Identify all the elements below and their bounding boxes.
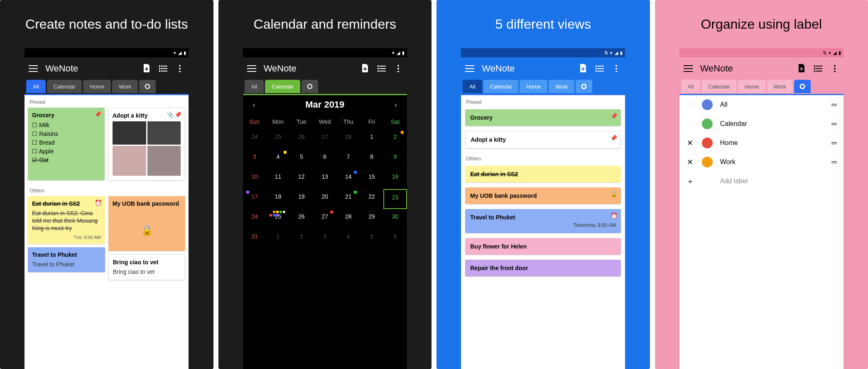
overflow-icon[interactable] bbox=[394, 64, 403, 73]
drag-handle-icon[interactable]: ═ bbox=[831, 120, 837, 128]
calendar-day-selected[interactable]: 23 bbox=[383, 189, 407, 209]
calendar-day[interactable]: 24 bbox=[243, 129, 266, 149]
calendar-day[interactable]: 27 bbox=[313, 209, 336, 229]
tab-work[interactable]: Work bbox=[549, 80, 574, 93]
note-adopt[interactable]: 📌 Adopt a kitty bbox=[465, 131, 621, 148]
calendar-day[interactable]: 25 bbox=[266, 209, 289, 229]
calendar-day[interactable]: 18 bbox=[266, 189, 289, 209]
label-row-all[interactable]: All ═ bbox=[679, 95, 843, 114]
calendar-day[interactable]: 3 bbox=[243, 149, 266, 169]
note-uob[interactable]: My UOB bank password 🔒 bbox=[108, 196, 186, 251]
calendar-day[interactable]: 4 bbox=[266, 149, 289, 169]
overflow-icon[interactable] bbox=[612, 64, 621, 73]
note-adopt[interactable]: 📎 📌 Adopt a kitty bbox=[108, 108, 186, 180]
calendar-day[interactable]: 21 bbox=[336, 189, 360, 209]
tab-all[interactable]: All bbox=[681, 80, 700, 93]
note-durian[interactable]: Eat durian in SS2 bbox=[465, 166, 621, 182]
calendar-day[interactable]: 2 bbox=[383, 129, 407, 149]
calendar-day[interactable]: 26 bbox=[290, 129, 313, 149]
drag-handle-icon[interactable]: ═ bbox=[831, 101, 837, 109]
calendar-day[interactable]: 5 bbox=[290, 149, 313, 169]
tab-all[interactable]: All bbox=[245, 80, 264, 93]
tab-work[interactable]: Work bbox=[112, 80, 138, 93]
calendar-day[interactable]: 30 bbox=[383, 209, 407, 229]
note-phuket[interactable]: ⏰ Travel to Phuket Tomorrow, 8:00 AM bbox=[465, 209, 621, 233]
calendar-day[interactable]: 3 bbox=[313, 229, 336, 249]
calendar-day[interactable]: 1 bbox=[266, 229, 289, 249]
calendar-day[interactable]: 1 bbox=[360, 129, 383, 149]
calendar-day[interactable]: 9 bbox=[383, 149, 407, 169]
calendar-day[interactable]: 11 bbox=[266, 169, 289, 189]
new-note-icon[interactable] bbox=[579, 64, 588, 73]
label-row-work[interactable]: ✕ Work ═ bbox=[679, 153, 843, 172]
calendar-day[interactable]: 8 bbox=[360, 149, 383, 169]
delete-icon[interactable]: ✕ bbox=[686, 138, 694, 148]
tab-settings[interactable] bbox=[576, 80, 592, 93]
tab-calendar[interactable]: Calendar bbox=[47, 80, 82, 93]
new-note-icon[interactable] bbox=[360, 64, 370, 73]
new-note-icon[interactable] bbox=[797, 64, 806, 73]
list-icon[interactable] bbox=[595, 64, 604, 73]
menu-icon[interactable] bbox=[684, 65, 693, 72]
menu-icon[interactable] bbox=[465, 65, 474, 72]
tab-calendar[interactable]: Calendar bbox=[701, 80, 737, 93]
calendar-day[interactable]: 5 bbox=[360, 229, 383, 249]
note-durian[interactable]: ⏰ Eat durian in SS2 Eat durian in SS2. G… bbox=[28, 196, 105, 244]
tab-settings[interactable] bbox=[794, 80, 811, 93]
calendar-day[interactable]: 28 bbox=[336, 129, 360, 149]
calendar-day[interactable]: 6 bbox=[383, 229, 407, 249]
calendar-day[interactable]: 6 bbox=[313, 149, 336, 169]
tab-settings[interactable] bbox=[302, 80, 318, 93]
new-note-icon[interactable] bbox=[142, 64, 151, 73]
calendar-day[interactable]: 4 bbox=[336, 229, 360, 249]
calendar-day[interactable]: 29 bbox=[360, 209, 383, 229]
tab-home[interactable]: Home bbox=[83, 80, 111, 93]
calendar-day[interactable]: 2 bbox=[290, 229, 313, 249]
calendar-day[interactable]: 7 bbox=[336, 149, 360, 169]
note-grocery[interactable]: 📌 Grocery bbox=[465, 109, 621, 126]
menu-icon[interactable] bbox=[247, 65, 256, 72]
add-icon[interactable]: ＋ bbox=[686, 176, 694, 186]
note-ciao[interactable]: Bring ciao to vet Bring ciao to vet bbox=[108, 254, 186, 280]
list-icon[interactable] bbox=[377, 64, 386, 73]
tab-work[interactable]: Work bbox=[767, 80, 793, 93]
tab-all[interactable]: All bbox=[463, 80, 482, 93]
calendar-day[interactable]: 26 bbox=[290, 209, 313, 229]
drag-handle-icon[interactable]: ═ bbox=[831, 139, 837, 148]
calendar-day[interactable]: 28 bbox=[336, 209, 360, 229]
next-month-icon[interactable]: › bbox=[395, 101, 397, 109]
tab-all[interactable]: All bbox=[26, 80, 45, 93]
calendar-day[interactable]: 13 bbox=[313, 169, 336, 189]
calendar-day[interactable]: 22 bbox=[360, 189, 383, 209]
tab-settings[interactable] bbox=[139, 80, 156, 93]
label-row-home[interactable]: ✕ Home ═ bbox=[679, 133, 843, 153]
calendar-day[interactable]: 19 bbox=[290, 189, 313, 209]
overflow-icon[interactable] bbox=[830, 64, 839, 73]
calendar-day[interactable]: 15 bbox=[360, 169, 383, 189]
calendar-day[interactable]: 10 bbox=[243, 169, 266, 189]
prev-month-icon[interactable]: ‹ bbox=[253, 101, 255, 109]
overflow-icon[interactable] bbox=[175, 64, 184, 73]
label-row-calendar[interactable]: Calendar ═ bbox=[679, 114, 843, 133]
calendar-day[interactable]: 17 bbox=[243, 189, 266, 209]
drag-handle-icon[interactable]: ═ bbox=[831, 158, 837, 167]
add-label-row[interactable]: ＋ Add label bbox=[679, 172, 843, 191]
note-repair[interactable]: Repair the front door bbox=[465, 260, 621, 276]
calendar-day[interactable]: 16 bbox=[383, 169, 407, 189]
list-icon[interactable] bbox=[159, 64, 168, 73]
calendar-day[interactable]: 14 bbox=[336, 169, 360, 189]
calendar-day[interactable]: 12 bbox=[290, 169, 313, 189]
note-grocery[interactable]: 📌 Grocery Milk Raisins Bread Apple Oat bbox=[28, 108, 105, 180]
calendar-day[interactable]: 25 bbox=[266, 129, 289, 149]
note-uob[interactable]: 🔒 My UOB bank password bbox=[465, 187, 621, 204]
tab-home[interactable]: Home bbox=[520, 80, 547, 93]
list-icon[interactable] bbox=[814, 64, 823, 73]
calendar-day[interactable]: 20 bbox=[313, 189, 336, 209]
calendar-day[interactable]: 31 bbox=[243, 229, 266, 249]
note-helen[interactable]: Buy flower for Helen bbox=[465, 238, 621, 255]
calendar-day[interactable]: 24 bbox=[243, 209, 266, 229]
tab-calendar[interactable]: Calendar bbox=[483, 80, 519, 93]
tab-calendar[interactable]: Calendar bbox=[265, 80, 300, 93]
tab-home[interactable]: Home bbox=[738, 80, 766, 93]
menu-icon[interactable] bbox=[29, 65, 38, 72]
